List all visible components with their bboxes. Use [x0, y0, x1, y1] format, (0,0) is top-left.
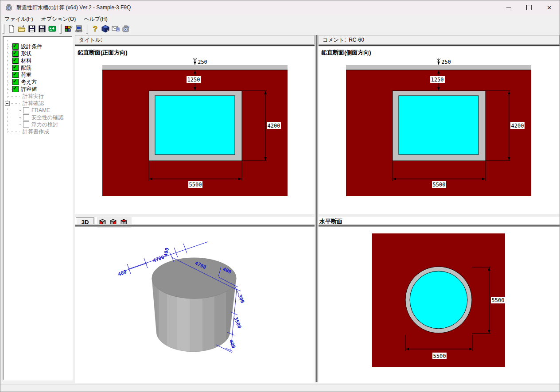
dim-label-depth: 1250: [187, 77, 200, 83]
product-cube-button[interactable]: 8: [101, 24, 110, 34]
svg-text:?: ?: [93, 25, 97, 33]
svg-text:300: 300: [237, 294, 245, 304]
mail-button[interactable]: [111, 24, 121, 34]
plan-section-panel: 水平断面 5500 5500: [319, 217, 560, 383]
toolbar-grip[interactable]: [86, 24, 88, 34]
tree-item-report[interactable]: 計算書作成: [7, 128, 72, 135]
open-file-button[interactable]: [17, 24, 27, 34]
svg-text:400: 400: [117, 269, 127, 277]
tree-item-buoyancy[interactable]: 浮力の検討: [18, 121, 72, 128]
menu-bar: ファイル(F) オプション(O) ヘルプ(H): [0, 15, 560, 23]
save-button[interactable]: [27, 24, 37, 34]
vertical-splitter[interactable]: [315, 35, 319, 382]
title-field-header: タイトル:: [75, 35, 315, 45]
maximize-icon: [526, 5, 532, 10]
ground-strip: [346, 65, 531, 70]
calc-run-button[interactable]: [74, 24, 84, 34]
menu-help[interactable]: ヘルプ(H): [80, 15, 112, 24]
checkbox-checked[interactable]: [12, 86, 19, 92]
toolbar: ? 8: [0, 23, 560, 34]
tree-item-safety-check[interactable]: 安全性の確認: [18, 114, 72, 121]
window-title: 耐震性貯水槽の計算 (x64) Ver.2 - Sample-3.F9Q: [16, 4, 131, 12]
plan-section-diagram: 5500 5500: [319, 217, 560, 383]
edit-mode-icon: [65, 25, 73, 33]
tree-item-allowable[interactable]: 許容値: [7, 85, 72, 93]
dim-label-cover: 250: [198, 59, 207, 65]
tree-item-calc-run[interactable]: 計算実行: [7, 93, 72, 100]
tank-interior: [399, 96, 478, 155]
dim-label-depth: 1250: [431, 77, 444, 83]
tree-item-rebar[interactable]: 配筋: [7, 64, 72, 71]
tree-item-shape[interactable]: 形状: [7, 50, 72, 57]
help-button[interactable]: ?: [90, 24, 100, 34]
status-bar: [0, 384, 560, 392]
toolbar-grip[interactable]: [59, 24, 62, 34]
side-section-panel: 鉛直断面(側面方向) 250 1250: [319, 47, 560, 214]
side-section-diagram: 250 1250 4200 5500: [319, 47, 560, 214]
svg-text:400: 400: [228, 339, 236, 349]
three-d-model-view[interactable]: 400 4700 400 4700 400 300 3500 400: [75, 217, 315, 383]
calc-run-icon: [75, 25, 83, 33]
minimize-button[interactable]: [498, 0, 519, 15]
tree-collapse-icon[interactable]: [5, 101, 10, 106]
close-button[interactable]: ✕: [539, 0, 560, 15]
open-file-icon: [18, 25, 26, 33]
data-export-icon: [48, 25, 56, 33]
tree-item-calc-check[interactable]: 計算確認: [7, 100, 72, 107]
app-info-button[interactable]: [121, 24, 131, 34]
tree-item-material[interactable]: 材料: [7, 57, 72, 64]
dim-label-cover: 250: [441, 59, 451, 65]
checkbox-checked[interactable]: [12, 79, 19, 85]
comment-label: コメント:: [323, 36, 346, 44]
front-section-diagram: 250 1250 4200 5500: [75, 47, 315, 214]
checkbox-checked[interactable]: [12, 43, 19, 50]
dim-label-width: 5500: [433, 182, 446, 188]
save-icon: [28, 25, 36, 33]
save-as-icon: [38, 25, 46, 33]
toolbar-grip[interactable]: [2, 24, 4, 34]
dim-label-height: 4200: [268, 123, 280, 129]
checkbox-unchecked[interactable]: [23, 107, 29, 113]
navigation-tree: 設計条件 形状 材料 配筋 荷重 考え方 許容値 計算実行 計算確認 FRAME…: [3, 36, 73, 380]
svg-text:400: 400: [163, 247, 170, 257]
front-section-panel: 鉛直断面(正面方向) 250 1250: [75, 47, 315, 214]
checkbox-unchecked[interactable]: [23, 114, 29, 120]
maximize-button[interactable]: [519, 0, 539, 15]
close-icon: ✕: [547, 4, 552, 11]
dim-label-height: 4200: [511, 123, 524, 129]
data-export-button[interactable]: [47, 24, 57, 34]
checkbox-checked[interactable]: [12, 50, 19, 57]
comment-value: RC-60: [349, 37, 364, 43]
tree-item-load[interactable]: 荷重: [7, 71, 72, 78]
help-icon: ?: [91, 25, 99, 33]
main-area: タイトル: コメント: RC-60 鉛直断面(正面方向): [75, 35, 560, 382]
front-section-title: 鉛直断面(正面方向): [78, 49, 128, 57]
checkbox-checked[interactable]: [12, 58, 19, 64]
edit-mode-button[interactable]: [64, 24, 74, 34]
checkbox-checked[interactable]: [12, 65, 19, 71]
checkbox-unchecked[interactable]: [23, 121, 29, 128]
dim-label-plan-height: 5500: [492, 297, 505, 303]
menu-options[interactable]: オプション(O): [37, 15, 80, 24]
side-section-title: 鉛直断面(側面方向): [321, 49, 371, 57]
svg-text:3500: 3500: [233, 316, 242, 329]
app-info-icon: [122, 25, 130, 33]
comment-field-header: コメント: RC-60: [319, 35, 560, 45]
app-icon: [5, 4, 12, 11]
ground-strip: [102, 65, 288, 70]
menu-file[interactable]: ファイル(F): [0, 15, 37, 24]
save-as-button[interactable]: [37, 24, 47, 34]
app-window: 耐震性貯水槽の計算 (x64) Ver.2 - Sample-3.F9Q ✕ フ…: [0, 0, 560, 392]
product-cube-icon: 8: [101, 25, 109, 33]
new-file-button[interactable]: [7, 24, 16, 34]
tank-interior-circle: [410, 271, 467, 329]
tree-item-frame[interactable]: FRAME: [18, 107, 72, 114]
mail-icon: [112, 25, 120, 33]
checkbox-checked[interactable]: [12, 72, 19, 78]
tree-item-design-conditions[interactable]: 設計条件: [7, 43, 72, 50]
title-bar: 耐震性貯水槽の計算 (x64) Ver.2 - Sample-3.F9Q ✕: [0, 0, 560, 15]
tree-item-approach[interactable]: 考え方: [7, 78, 72, 85]
dim-label-width: 5500: [189, 182, 202, 188]
three-d-panel: 3D: [75, 217, 315, 383]
tank-interior: [155, 96, 235, 155]
